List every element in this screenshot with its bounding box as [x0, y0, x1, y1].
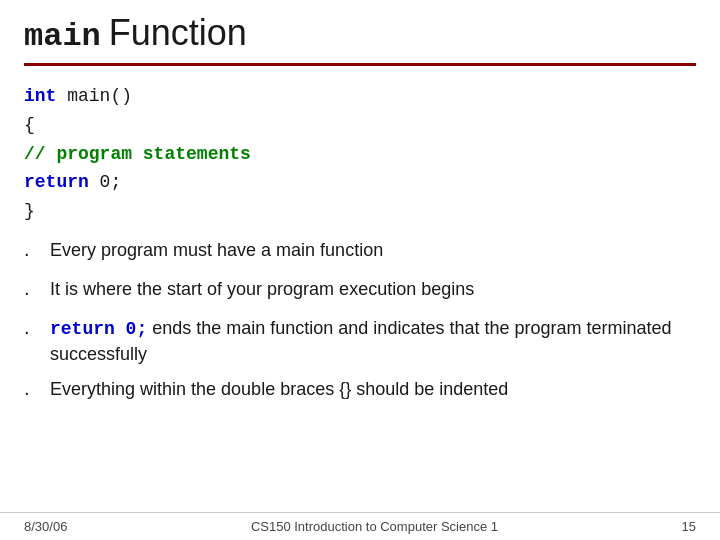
code-line-4: return 0; [24, 168, 696, 197]
bullet-dot: · [24, 239, 44, 267]
slide-header: main Function [0, 0, 720, 63]
bullet-dot: · [24, 317, 44, 345]
code-main-call: main() [67, 86, 132, 106]
code-line-1: int main() [24, 82, 696, 111]
inline-code: return 0; [50, 319, 147, 339]
code-line-2: { [24, 111, 696, 140]
bullet-text: It is where the start of your program ex… [50, 277, 696, 302]
bullet-text-with-code: return 0; ends the main function and ind… [50, 316, 696, 367]
bullet-dot: · [24, 278, 44, 306]
list-item: · return 0; ends the main function and i… [24, 316, 696, 367]
slide: main Function int main() { // program st… [0, 0, 720, 540]
footer-page: 15 [682, 519, 696, 534]
bullet-dot: · [24, 378, 44, 406]
slide-footer: 8/30/06 CS150 Introduction to Computer S… [0, 512, 720, 540]
list-item: · Every program must have a main functio… [24, 238, 696, 267]
code-comment: // program statements [24, 144, 251, 164]
code-line-5: } [24, 197, 696, 226]
bullet-list: · Every program must have a main functio… [0, 234, 720, 512]
code-return: return [24, 172, 89, 192]
code-line-3: // program statements [24, 140, 696, 169]
header-mono: main [24, 18, 101, 55]
code-block: int main() { // program statements retur… [0, 66, 720, 234]
list-item: · It is where the start of your program … [24, 277, 696, 306]
footer-date: 8/30/06 [24, 519, 67, 534]
footer-course: CS150 Introduction to Computer Science 1 [251, 519, 498, 534]
list-item: · Everything within the double braces {}… [24, 377, 696, 406]
bullet-text: Everything within the double braces {} s… [50, 377, 696, 402]
bullet-text: Every program must have a main function [50, 238, 696, 263]
code-return-value: 0; [89, 172, 121, 192]
code-int: int [24, 86, 56, 106]
header-title: Function [109, 12, 247, 54]
